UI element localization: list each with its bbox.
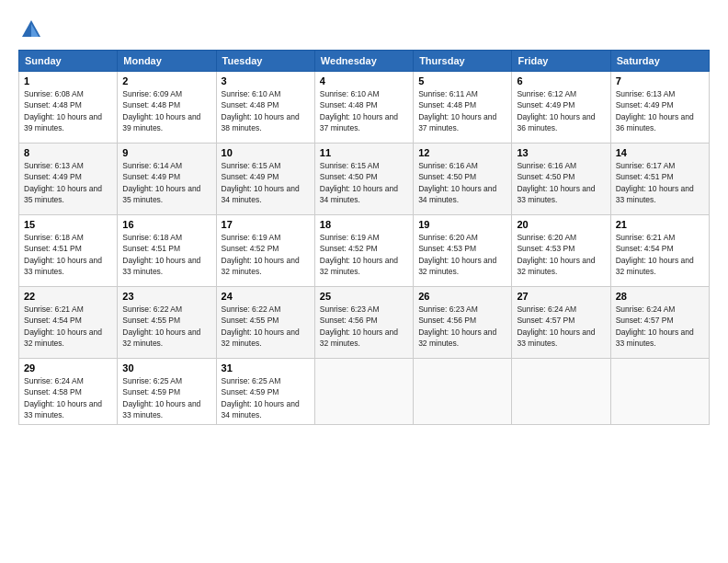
day-info: Sunrise: 6:15 AMSunset: 4:49 PMDaylight:…: [222, 161, 300, 204]
calendar-cell: 31 Sunrise: 6:25 AMSunset: 4:59 PMDaylig…: [216, 359, 314, 425]
day-info: Sunrise: 6:13 AMSunset: 4:49 PMDaylight:…: [24, 161, 102, 204]
day-number: 12: [418, 147, 506, 158]
day-number: 22: [24, 291, 112, 302]
day-number: 29: [24, 362, 112, 373]
calendar-cell: [512, 359, 610, 425]
day-info: Sunrise: 6:13 AMSunset: 4:49 PMDaylight:…: [616, 89, 694, 132]
logo-icon: [18, 17, 44, 42]
calendar-cell: 20 Sunrise: 6:20 AMSunset: 4:53 PMDaylig…: [512, 215, 610, 287]
day-number: 30: [122, 362, 210, 373]
day-info: Sunrise: 6:16 AMSunset: 4:50 PMDaylight:…: [418, 161, 496, 204]
day-number: 28: [616, 291, 704, 302]
header: [18, 17, 710, 42]
day-info: Sunrise: 6:22 AMSunset: 4:55 PMDaylight:…: [222, 304, 300, 348]
weekday-header-monday: Monday: [118, 51, 216, 72]
day-number: 24: [222, 291, 310, 302]
day-info: Sunrise: 6:20 AMSunset: 4:53 PMDaylight:…: [418, 233, 496, 276]
day-info: Sunrise: 6:11 AMSunset: 4:48 PMDaylight:…: [418, 89, 496, 132]
day-info: Sunrise: 6:23 AMSunset: 4:56 PMDaylight:…: [320, 304, 398, 348]
calendar-cell: [314, 359, 413, 425]
calendar: SundayMondayTuesdayWednesdayThursdayFrid…: [18, 50, 710, 425]
day-number: 4: [320, 75, 408, 86]
day-number: 14: [616, 147, 704, 158]
day-info: Sunrise: 6:14 AMSunset: 4:49 PMDaylight:…: [122, 161, 200, 204]
day-info: Sunrise: 6:21 AMSunset: 4:54 PMDaylight:…: [24, 304, 102, 348]
weekday-header-thursday: Thursday: [414, 51, 512, 72]
day-number: 17: [222, 219, 310, 230]
calendar-cell: 2 Sunrise: 6:09 AMSunset: 4:48 PMDayligh…: [118, 72, 216, 144]
day-info: Sunrise: 6:10 AMSunset: 4:48 PMDaylight:…: [320, 89, 398, 132]
calendar-cell: 27 Sunrise: 6:24 AMSunset: 4:57 PMDaylig…: [512, 287, 610, 359]
day-info: Sunrise: 6:25 AMSunset: 4:59 PMDaylight:…: [222, 376, 300, 419]
day-info: Sunrise: 6:17 AMSunset: 4:51 PMDaylight:…: [616, 161, 694, 204]
calendar-cell: 10 Sunrise: 6:15 AMSunset: 4:49 PMDaylig…: [216, 144, 314, 215]
calendar-cell: 4 Sunrise: 6:10 AMSunset: 4:48 PMDayligh…: [314, 72, 413, 144]
calendar-cell: [610, 359, 709, 425]
calendar-cell: 21 Sunrise: 6:21 AMSunset: 4:54 PMDaylig…: [610, 215, 709, 287]
day-info: Sunrise: 6:20 AMSunset: 4:53 PMDaylight:…: [517, 233, 595, 276]
day-number: 23: [122, 291, 210, 302]
calendar-cell: 5 Sunrise: 6:11 AMSunset: 4:48 PMDayligh…: [414, 72, 512, 144]
calendar-cell: 17 Sunrise: 6:19 AMSunset: 4:52 PMDaylig…: [216, 215, 314, 287]
day-number: 26: [418, 291, 506, 302]
calendar-cell: 14 Sunrise: 6:17 AMSunset: 4:51 PMDaylig…: [610, 144, 709, 215]
calendar-cell: 15 Sunrise: 6:18 AMSunset: 4:51 PMDaylig…: [19, 215, 118, 287]
calendar-cell: 19 Sunrise: 6:20 AMSunset: 4:53 PMDaylig…: [414, 215, 512, 287]
weekday-header-row: SundayMondayTuesdayWednesdayThursdayFrid…: [19, 51, 710, 72]
calendar-cell: 9 Sunrise: 6:14 AMSunset: 4:49 PMDayligh…: [118, 144, 216, 215]
calendar-cell: 30 Sunrise: 6:25 AMSunset: 4:59 PMDaylig…: [118, 359, 216, 425]
day-info: Sunrise: 6:24 AMSunset: 4:57 PMDaylight:…: [517, 304, 595, 348]
day-number: 25: [320, 291, 408, 302]
calendar-cell: 12 Sunrise: 6:16 AMSunset: 4:50 PMDaylig…: [414, 144, 512, 215]
calendar-cell: 25 Sunrise: 6:23 AMSunset: 4:56 PMDaylig…: [314, 287, 413, 359]
day-info: Sunrise: 6:15 AMSunset: 4:50 PMDaylight:…: [320, 161, 398, 204]
day-info: Sunrise: 6:12 AMSunset: 4:49 PMDaylight:…: [517, 89, 595, 132]
day-info: Sunrise: 6:10 AMSunset: 4:48 PMDaylight:…: [222, 89, 300, 132]
week-row-4: 22 Sunrise: 6:21 AMSunset: 4:54 PMDaylig…: [19, 287, 710, 359]
week-row-1: 1 Sunrise: 6:08 AMSunset: 4:48 PMDayligh…: [19, 72, 710, 144]
calendar-cell: 3 Sunrise: 6:10 AMSunset: 4:48 PMDayligh…: [216, 72, 314, 144]
logo: [18, 17, 48, 42]
day-number: 27: [517, 291, 605, 302]
calendar-cell: 28 Sunrise: 6:24 AMSunset: 4:57 PMDaylig…: [610, 287, 709, 359]
week-row-2: 8 Sunrise: 6:13 AMSunset: 4:49 PMDayligh…: [19, 144, 710, 215]
calendar-cell: 23 Sunrise: 6:22 AMSunset: 4:55 PMDaylig…: [118, 287, 216, 359]
day-number: 5: [418, 75, 506, 86]
week-row-3: 15 Sunrise: 6:18 AMSunset: 4:51 PMDaylig…: [19, 215, 710, 287]
calendar-cell: 18 Sunrise: 6:19 AMSunset: 4:52 PMDaylig…: [314, 215, 413, 287]
day-info: Sunrise: 6:24 AMSunset: 4:57 PMDaylight:…: [616, 304, 694, 348]
day-number: 21: [616, 219, 704, 230]
day-number: 6: [517, 75, 605, 86]
calendar-cell: 16 Sunrise: 6:18 AMSunset: 4:51 PMDaylig…: [118, 215, 216, 287]
day-info: Sunrise: 6:24 AMSunset: 4:58 PMDaylight:…: [24, 376, 102, 419]
day-number: 2: [122, 75, 210, 86]
day-info: Sunrise: 6:23 AMSunset: 4:56 PMDaylight:…: [418, 304, 496, 348]
calendar-cell: 24 Sunrise: 6:22 AMSunset: 4:55 PMDaylig…: [216, 287, 314, 359]
day-info: Sunrise: 6:25 AMSunset: 4:59 PMDaylight:…: [122, 376, 200, 419]
day-number: 8: [24, 147, 112, 158]
calendar-cell: 11 Sunrise: 6:15 AMSunset: 4:50 PMDaylig…: [314, 144, 413, 215]
day-info: Sunrise: 6:21 AMSunset: 4:54 PMDaylight:…: [616, 233, 694, 276]
day-info: Sunrise: 6:19 AMSunset: 4:52 PMDaylight:…: [222, 233, 300, 276]
day-number: 18: [320, 219, 408, 230]
day-number: 11: [320, 147, 408, 158]
day-info: Sunrise: 6:09 AMSunset: 4:48 PMDaylight:…: [122, 89, 200, 132]
day-number: 16: [122, 219, 210, 230]
weekday-header-saturday: Saturday: [610, 51, 709, 72]
weekday-header-friday: Friday: [512, 51, 610, 72]
day-info: Sunrise: 6:18 AMSunset: 4:51 PMDaylight:…: [122, 233, 200, 276]
page: SundayMondayTuesdayWednesdayThursdayFrid…: [0, 0, 728, 563]
calendar-cell: 7 Sunrise: 6:13 AMSunset: 4:49 PMDayligh…: [610, 72, 709, 144]
day-number: 9: [122, 147, 210, 158]
day-number: 19: [418, 219, 506, 230]
day-number: 31: [222, 362, 310, 373]
week-row-5: 29 Sunrise: 6:24 AMSunset: 4:58 PMDaylig…: [19, 359, 710, 425]
day-number: 7: [616, 75, 704, 86]
day-number: 15: [24, 219, 112, 230]
calendar-cell: 26 Sunrise: 6:23 AMSunset: 4:56 PMDaylig…: [414, 287, 512, 359]
day-number: 1: [24, 75, 112, 86]
day-number: 10: [222, 147, 310, 158]
weekday-header-wednesday: Wednesday: [314, 51, 413, 72]
calendar-cell: 29 Sunrise: 6:24 AMSunset: 4:58 PMDaylig…: [19, 359, 118, 425]
calendar-cell: 8 Sunrise: 6:13 AMSunset: 4:49 PMDayligh…: [19, 144, 118, 215]
